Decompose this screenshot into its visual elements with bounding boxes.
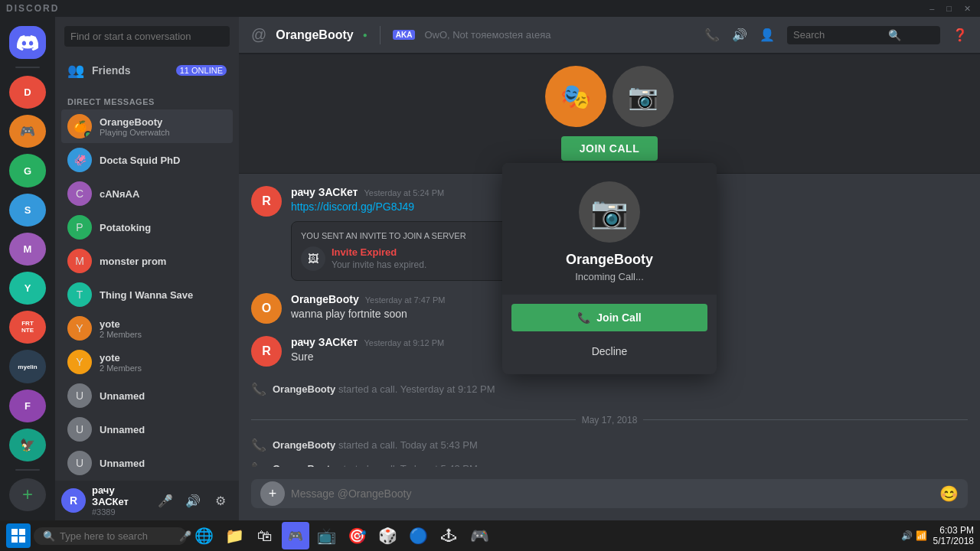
online-status-dot: ● — [363, 31, 368, 39]
msg-avatar-1: R — [251, 186, 282, 217]
taskbar-app-game1[interactable]: 🎯 — [343, 522, 371, 549]
msg-author-1: рачу ЗАСКет — [291, 186, 358, 198]
taskbar-search-input[interactable] — [60, 530, 175, 542]
dm-search-input[interactable] — [64, 26, 230, 47]
dm-avatar-docta: 🦑 — [67, 148, 92, 172]
server-icon-9[interactable]: F — [9, 390, 46, 422]
friends-icon: 👥 — [67, 62, 84, 79]
dm-avatar-potato: P — [67, 215, 92, 240]
modal-decline-button[interactable]: Decline — [511, 337, 707, 365]
emoji-button[interactable]: 😊 — [939, 484, 959, 503]
invite-expired-sub: Your invite has expired. — [332, 259, 426, 270]
taskbar-app-edge[interactable]: 🌐 — [190, 522, 217, 549]
chat-input-area: + 😊 — [239, 467, 980, 520]
aka-text: OwO, Not тoяeмostея aɩeяa — [424, 29, 550, 41]
maximize-btn[interactable]: □ — [943, 4, 955, 14]
dm-section-header: DIRECT MESSAGES — [55, 85, 239, 109]
friends-label: Friends — [92, 64, 131, 77]
svg-rect-2 — [11, 536, 18, 543]
svg-rect-1 — [19, 529, 25, 535]
taskbar-app-chrome[interactable]: 🔵 — [404, 522, 432, 549]
taskbar-app-game3[interactable]: 🕹 — [435, 522, 462, 549]
server-icon-8[interactable]: myelin — [9, 350, 46, 383]
user-panel-actions: 🎤 🔊 ⚙ — [153, 488, 233, 513]
call-avatar-1: 🎭 — [545, 66, 606, 127]
start-button[interactable] — [6, 523, 31, 548]
call-banner: 🎭 📷 JOIN CALL — [239, 54, 980, 174]
call-started-icon-2: 📞 — [251, 438, 266, 452]
dm-item-monster[interactable]: M monster prom — [61, 244, 233, 278]
dm-item-sanraa[interactable]: С сANяAA — [61, 177, 233, 210]
settings-btn[interactable]: ⚙ — [208, 488, 233, 513]
dm-item-thing[interactable]: T Thing I Wanna Save — [61, 278, 233, 311]
system-msg-text-2: OrangeBooty started a call. Today at 5:4… — [273, 439, 478, 451]
taskbar-app-game4[interactable]: 🎮 — [466, 522, 493, 549]
titlebar: DISCORD – □ ✕ — [0, 0, 980, 17]
server-icon-6[interactable]: Y — [9, 272, 46, 305]
taskbar-right: 🔊 📶 6:03 PM 5/17/2018 — [901, 525, 974, 546]
call-icon[interactable]: 📞 — [704, 28, 720, 42]
dm-item-orangebooty[interactable]: 🍊 OrangeBooty Playing Overwatch — [61, 109, 233, 143]
modal-username: OrangeBooty — [566, 252, 653, 268]
chat-header-username: OrangeBooty — [276, 28, 353, 42]
home-server-icon[interactable] — [9, 26, 46, 59]
user-panel: R рачу ЗАСКет #3389 🎤 🔊 ⚙ — [55, 481, 239, 520]
help-icon[interactable]: ❓ — [952, 28, 968, 42]
taskbar-app-explorer[interactable]: 📁 — [220, 522, 248, 549]
dm-item-yote1[interactable]: Y yote2 Members — [61, 311, 233, 345]
video-icon[interactable]: 🔊 — [732, 28, 747, 42]
friends-item[interactable]: 👥 Friends 11 ONLINE — [55, 56, 239, 85]
dm-item-unnamed3[interactable]: U Unnamed — [61, 446, 233, 480]
server-icon-2[interactable]: 🎮 — [9, 115, 46, 148]
taskbar-system-icons: 🔊 📶 — [901, 530, 926, 541]
message-input[interactable] — [291, 479, 933, 508]
header-actions: 📞 🔊 👤 🔍 ❓ — [704, 26, 968, 44]
dm-item-potato[interactable]: P Potatoking — [61, 210, 233, 244]
msg-time-1: Yesterday at 5:24 PM — [364, 188, 444, 197]
dm-avatar-yote2: Y — [67, 350, 92, 374]
dm-panel: 👥 Friends 11 ONLINE DIRECT MESSAGES 🍊 Or… — [55, 17, 239, 520]
dm-avatar-unnamed2: U — [67, 417, 92, 442]
close-btn[interactable]: ✕ — [961, 4, 974, 14]
chat-header: @ OrangeBooty ● AKA OwO, Not тoяeмostея … — [239, 17, 980, 54]
minimize-btn[interactable]: – — [926, 4, 937, 14]
taskbar-app-game2[interactable]: 🎲 — [374, 522, 401, 549]
msg-link-1[interactable]: https://discord.gg/PG8J49 — [291, 201, 414, 213]
dm-info-orangebooty: OrangeBooty Playing Overwatch — [100, 116, 227, 137]
server-icon-1[interactable]: D — [9, 76, 46, 109]
invite-icon: 🖼 — [301, 246, 325, 271]
modal-join-label: Join Call — [596, 311, 641, 324]
modal-actions: 📞 Join Call Decline — [502, 295, 717, 374]
add-server-icon[interactable]: + — [9, 478, 46, 511]
dm-item-unnamed1[interactable]: U Unnamed — [61, 379, 233, 412]
mute-btn[interactable]: 🎤 — [153, 488, 178, 513]
server-icon-5[interactable]: M — [9, 233, 46, 266]
add-friend-icon[interactable]: 👤 — [760, 28, 775, 42]
user-panel-tag: #3389 — [92, 507, 147, 517]
server-icon-3[interactable]: G — [9, 154, 46, 187]
attach-button[interactable]: + — [260, 481, 285, 506]
header-search-input[interactable] — [793, 29, 885, 41]
server-icon-10[interactable]: 🦅 — [9, 429, 46, 461]
msg-time-2: Yesterday at 7:47 PM — [365, 295, 446, 305]
deafen-btn[interactable]: 🔊 — [181, 488, 205, 513]
date-sep-text: May 17, 2018 — [582, 415, 638, 425]
taskbar-app-store[interactable]: 🛍 — [251, 522, 279, 549]
dm-item-yote2[interactable]: Y yote2 Members — [61, 345, 233, 379]
dm-item-unnamed2[interactable]: U Unnamed — [61, 412, 233, 446]
call-avatars: 🎭 📷 — [545, 66, 674, 127]
dm-avatar-unnamed1: U — [67, 383, 92, 408]
msg-author-3: рачу ЗАСКет — [291, 336, 358, 348]
dm-item-docta[interactable]: 🦑 Docta Squid PhD — [61, 143, 233, 177]
online-count-badge: 11 ONLINE — [176, 65, 227, 76]
taskbar-app-discord[interactable]: 🎮 — [282, 522, 309, 549]
server-icon-4[interactable]: S — [9, 194, 46, 227]
dm-avatar-orangebooty: 🍊 — [67, 114, 92, 139]
system-msg-text-1: OrangeBooty started a call. Yesterday at… — [273, 383, 495, 395]
user-panel-info: рачу ЗАСКет #3389 — [92, 484, 147, 517]
server-icon-7[interactable]: FRTNTE — [9, 311, 46, 344]
join-call-button[interactable]: JOIN CALL — [561, 136, 658, 161]
taskbar-app-twitch[interactable]: 📺 — [312, 522, 340, 549]
search-icon: 🔍 — [888, 29, 901, 41]
modal-join-call-button[interactable]: 📞 Join Call — [511, 304, 707, 331]
